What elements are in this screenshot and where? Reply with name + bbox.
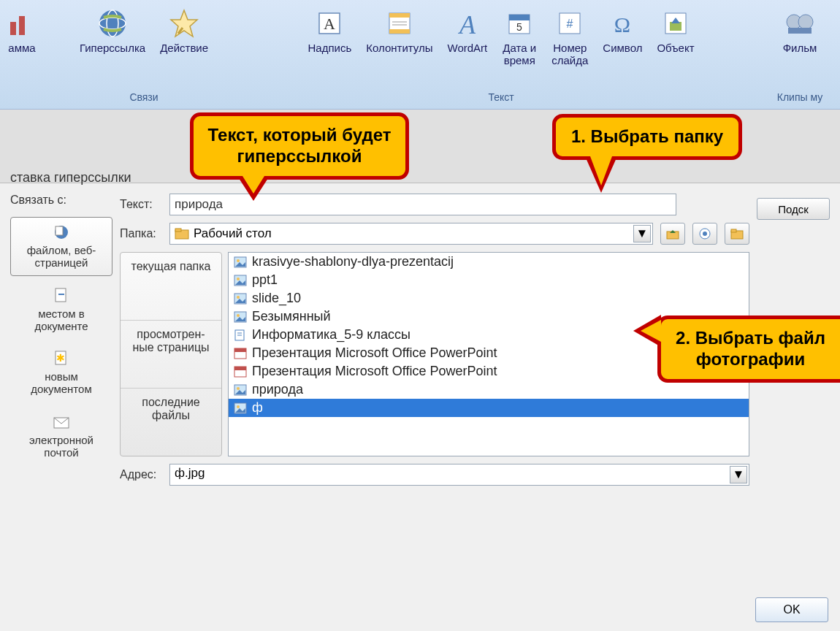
ribbon-btn-headerfooter[interactable]: Колонтитулы — [359, 3, 440, 69]
svg-point-57 — [237, 405, 240, 408]
chevron-down-icon[interactable]: ▼ — [633, 225, 651, 242]
text-label: Текст: — [120, 198, 162, 211]
globe-icon — [95, 6, 130, 41]
browse-web-button[interactable] — [692, 223, 717, 245]
screen-tip-button[interactable]: Подск — [757, 198, 830, 220]
ribbon-label: Символ — [603, 42, 642, 55]
file-type-icon — [233, 383, 248, 397]
link-type-place[interactable]: местом в документе — [10, 280, 112, 340]
folder-select[interactable]: Рабочий стол ▼ — [169, 223, 653, 245]
link-type-new-doc[interactable]: ✱ новым документом — [10, 343, 112, 402]
address-input[interactable]: ф.jpg ▼ — [169, 464, 749, 486]
ribbon-group-label: Клипы му — [777, 91, 822, 103]
ok-button[interactable]: OK — [755, 597, 828, 622]
star-icon — [167, 6, 202, 41]
file-web-icon — [51, 222, 72, 242]
ribbon-label: Дата и время — [503, 42, 536, 66]
ribbon-btn-action[interactable]: Действие — [153, 3, 215, 58]
link-type-label: файлом, веб- страницей — [27, 244, 96, 269]
folder-label: Папка: — [120, 227, 162, 240]
callout-text-hyperlink: Текст, который будет гиперссылкой — [190, 112, 409, 180]
file-type-icon — [233, 310, 248, 324]
ribbon-group-media: Фильм Клипы му — [760, 3, 840, 109]
file-name: slide_10 — [252, 291, 301, 306]
ribbon-group-label: Текст — [488, 91, 513, 103]
folder-icon — [175, 227, 189, 240]
file-name: Презентация Microsoft Office PowerPoint — [252, 345, 497, 361]
browse-tab-visited[interactable]: просмотрен- ные страницы — [121, 321, 221, 389]
file-item[interactable]: krasivye-shablony-dlya-prezentacij — [229, 253, 749, 271]
svg-text:A: A — [324, 15, 335, 33]
ribbon-label: Надпись — [308, 42, 351, 55]
svg-rect-27 — [56, 226, 63, 235]
ribbon-label: Номер слайда — [551, 42, 588, 66]
file-name: Информатика_5-9 классы — [252, 327, 411, 343]
object-icon — [658, 6, 693, 41]
header-footer-icon — [382, 6, 417, 41]
ribbon-label: Гиперссылка — [80, 42, 145, 55]
new-doc-icon: ✱ — [51, 348, 72, 369]
folder-value: Рабочий стол — [194, 226, 272, 241]
file-type-icon — [233, 365, 248, 378]
svg-point-40 — [237, 259, 240, 262]
file-item[interactable]: slide_10 — [229, 289, 749, 307]
svg-text:5: 5 — [516, 21, 522, 33]
link-type-email[interactable]: электронной почтой — [10, 407, 112, 466]
file-type-icon — [233, 292, 248, 305]
chevron-down-icon[interactable]: ▼ — [730, 466, 747, 483]
callout-choose-folder: 1. Выбрать папку — [552, 114, 742, 160]
svg-marker-5 — [171, 10, 197, 37]
svg-point-2 — [99, 10, 126, 37]
ribbon-btn-wordart[interactable]: A WordArt — [440, 3, 495, 69]
file-type-icon — [233, 329, 248, 342]
ribbon-label: Фильм — [783, 42, 817, 55]
ribbon-group-chart: амма — [0, 3, 44, 109]
ribbon-btn-slidenumber[interactable]: # Номер слайда — [544, 3, 595, 69]
file-item[interactable]: ф — [229, 399, 749, 417]
ribbon: амма Гиперссылка Действие Связи — [0, 0, 840, 110]
ribbon-btn-object[interactable]: Объект — [649, 3, 701, 69]
svg-point-46 — [237, 314, 240, 317]
ribbon-btn-chart[interactable]: амма — [0, 3, 47, 58]
ribbon-group-label: Связи — [129, 91, 158, 103]
callout-text: 1. Выбрать папку — [571, 126, 723, 146]
ribbon-label: Колонтитулы — [366, 42, 432, 55]
ribbon-btn-datetime[interactable]: 5 Дата и время — [495, 3, 544, 69]
svg-point-55 — [237, 387, 240, 390]
ribbon-label: WordArt — [448, 42, 488, 55]
link-type-file-web[interactable]: файлом, веб- страницей — [10, 217, 112, 276]
ribbon-btn-movie[interactable]: Фильм — [775, 3, 825, 58]
file-name: Презентация Microsoft Office PowerPoint — [252, 364, 497, 379]
browse-file-button[interactable] — [725, 223, 749, 245]
svg-rect-33 — [175, 229, 181, 232]
svg-text:A: A — [458, 10, 476, 38]
svg-rect-25 — [788, 28, 812, 34]
up-folder-button[interactable] — [660, 223, 685, 245]
browse-tab-current[interactable]: текущая папка — [121, 253, 221, 321]
date-icon: 5 — [502, 6, 537, 41]
file-name: ф — [252, 400, 263, 416]
svg-point-36 — [703, 232, 707, 236]
callout-text: Текст, который будет гиперссылкой — [208, 125, 392, 166]
ribbon-btn-symbol[interactable]: Ω Символ — [595, 3, 649, 69]
ribbon-btn-hyperlink[interactable]: Гиперссылка — [72, 3, 153, 58]
browse-tabs: текущая папка просмотрен- ные страницы п… — [120, 252, 222, 456]
dialog-title: ставка гиперссылки — [6, 169, 136, 187]
address-value: ф.jpg — [175, 466, 205, 480]
browse-tab-recent[interactable]: последние файлы — [121, 389, 221, 456]
svg-point-24 — [798, 15, 813, 29]
ribbon-label: амма — [8, 42, 35, 55]
ribbon-group-text: A Надпись Колонтитулы A WordArt 5 Дата и… — [244, 3, 758, 109]
file-item[interactable]: ppt1 — [229, 271, 749, 289]
file-item[interactable]: природа — [229, 380, 749, 399]
email-icon — [51, 412, 72, 432]
svg-rect-38 — [731, 229, 736, 232]
svg-rect-9 — [389, 13, 410, 18]
svg-text:Ω: Ω — [614, 12, 630, 37]
svg-rect-10 — [389, 29, 410, 34]
svg-rect-53 — [234, 367, 246, 370]
file-name: Безымянный — [252, 309, 331, 324]
address-label: Адрес: — [120, 468, 162, 481]
svg-text:#: # — [567, 18, 573, 30]
ribbon-btn-textbox[interactable]: A Надпись — [300, 3, 359, 69]
